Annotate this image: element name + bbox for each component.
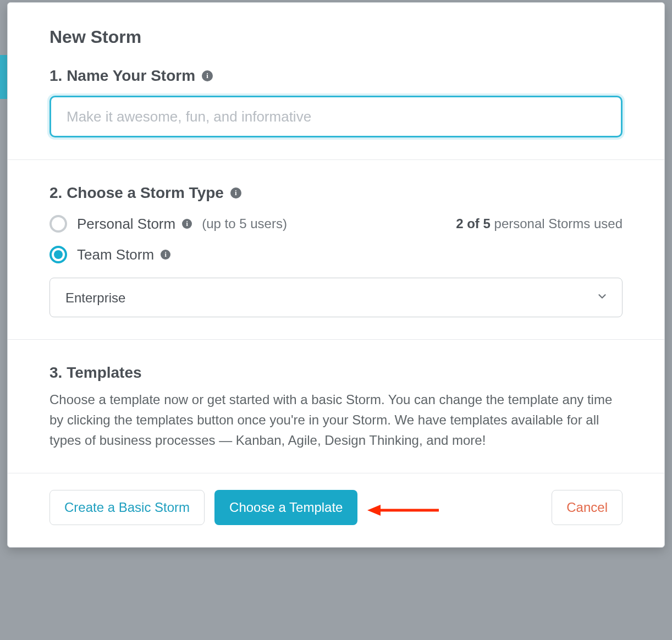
info-icon[interactable]: i [161, 250, 170, 260]
step3-title-text: 3. Templates [49, 364, 142, 382]
annotation-arrow [366, 502, 443, 518]
choose-template-button[interactable]: Choose a Template [214, 490, 357, 525]
info-icon[interactable]: i [182, 219, 192, 229]
info-icon[interactable]: i [230, 187, 241, 198]
radio-personal[interactable] [49, 215, 67, 233]
create-basic-storm-button[interactable]: Create a Basic Storm [49, 490, 205, 525]
svg-marker-1 [367, 505, 381, 516]
modal-title: New Storm [49, 27, 623, 47]
step1-title: 1. Name Your Storm i [49, 67, 623, 85]
background-accent [0, 55, 8, 99]
personal-usage-count: 2 of 5 [456, 216, 491, 231]
step2-title-text: 2. Choose a Storm Type [49, 184, 224, 202]
radio-row-personal: Personal Storm i (up to 5 users) 2 of 5 … [49, 215, 623, 233]
storm-name-input[interactable] [49, 96, 623, 137]
radio-personal-text: Personal Storm [77, 216, 175, 233]
personal-usage-suffix: personal Storms used [491, 216, 623, 231]
step2-title: 2. Choose a Storm Type i [49, 184, 623, 202]
radio-team-text: Team Storm [77, 246, 154, 263]
cancel-button[interactable]: Cancel [552, 490, 623, 525]
radio-team[interactable] [49, 246, 67, 263]
step3-title: 3. Templates [49, 364, 623, 382]
team-select-wrap: Enterprise [49, 278, 623, 317]
radio-personal-label: Personal Storm i (up to 5 users) [77, 216, 287, 233]
section-name: New Storm 1. Name Your Storm i [8, 3, 664, 159]
new-storm-modal: New Storm 1. Name Your Storm i 2. Choose… [7, 2, 665, 548]
radio-team-label: Team Storm i [77, 246, 170, 263]
radio-row-team: Team Storm i [49, 246, 623, 263]
radio-team-inner [54, 250, 63, 259]
section-type: 2. Choose a Storm Type i Personal Storm … [8, 159, 664, 339]
section-templates: 3. Templates Choose a template now or ge… [8, 339, 664, 473]
personal-usage: 2 of 5 personal Storms used [456, 216, 623, 231]
info-icon[interactable]: i [202, 70, 213, 81]
radio-personal-sub: (up to 5 users) [202, 216, 287, 231]
templates-description: Choose a template now or get started wit… [49, 389, 623, 451]
step1-title-text: 1. Name Your Storm [49, 67, 195, 85]
team-select[interactable]: Enterprise [49, 278, 623, 317]
radio-left-personal: Personal Storm i (up to 5 users) [49, 215, 287, 233]
modal-footer: Create a Basic Storm Choose a Template C… [8, 473, 664, 547]
